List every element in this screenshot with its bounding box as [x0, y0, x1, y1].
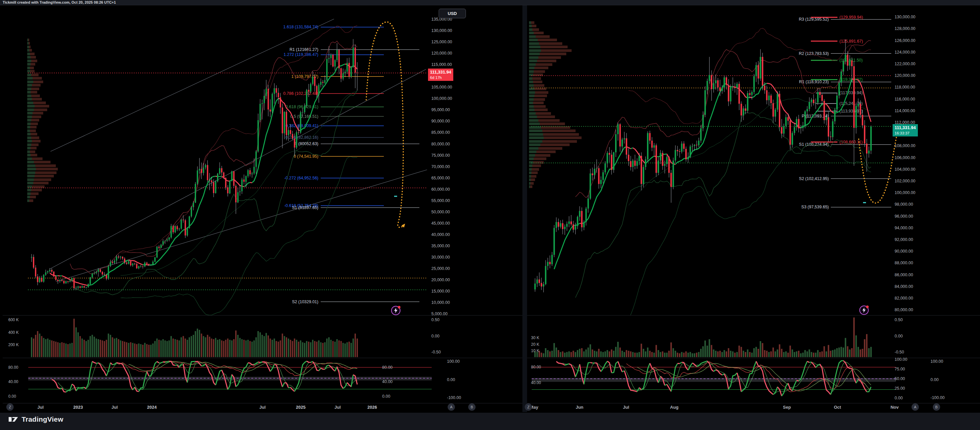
volume-profile-bar	[529, 171, 531, 174]
price-tick-label: 86,000.00	[895, 273, 913, 277]
candle-body	[258, 120, 259, 152]
candle-body	[191, 207, 192, 216]
volume-bar	[802, 353, 803, 357]
volume-bar	[619, 347, 621, 357]
candle-body	[800, 128, 802, 128]
candle-body	[815, 102, 816, 103]
price-plot-area[interactable]	[28, 5, 427, 315]
axis-button-z[interactable]: Z	[6, 403, 14, 411]
volume-bar	[51, 340, 52, 357]
candle-body	[304, 106, 305, 112]
volume-profile-bar	[34, 161, 51, 163]
volume-profile-bar	[36, 168, 58, 170]
volume-profile-bar	[532, 77, 541, 80]
level-label: R2 (123,783.53)	[799, 51, 829, 56]
candle-body	[33, 257, 34, 268]
candle-body	[215, 181, 216, 193]
axis-button-a[interactable]: A	[912, 403, 919, 411]
volume-bar	[185, 339, 186, 357]
candle-body	[239, 191, 240, 192]
volume-bar	[53, 341, 54, 357]
candle-body	[787, 117, 789, 121]
volume-profile-bar	[535, 67, 548, 69]
candle-body	[636, 161, 638, 166]
volume-bar	[201, 334, 202, 357]
candle-body	[83, 286, 85, 288]
volume-bar	[65, 344, 67, 357]
volume-profile-bar	[27, 119, 31, 121]
volume-profile-bar	[544, 136, 582, 139]
volume-bar	[223, 341, 224, 357]
volume-bar	[298, 342, 299, 357]
flash-icon[interactable]	[860, 305, 869, 315]
volume-bar	[276, 341, 277, 357]
osc-main	[285, 383, 288, 388]
candle-body	[683, 144, 684, 149]
volume-bar	[94, 337, 95, 357]
volume-profile-bar	[531, 21, 535, 24]
volume-bar	[280, 340, 281, 357]
volume-profile-bar	[27, 42, 29, 45]
time-tick-label: 2023	[73, 405, 83, 410]
volume-bar	[685, 352, 687, 357]
flash-icon[interactable]	[391, 306, 401, 315]
candle-body	[715, 80, 716, 83]
volume-profile-bar	[529, 129, 542, 132]
volume-bar	[332, 341, 334, 357]
osc-main	[590, 363, 592, 363]
osc-main	[773, 387, 778, 394]
candle-body	[144, 262, 146, 267]
volume-bar	[189, 337, 190, 357]
volume-bar	[195, 331, 196, 357]
candle-body	[717, 80, 719, 87]
volume-bar	[585, 350, 587, 357]
axis-button-z[interactable]: Z	[525, 403, 532, 411]
volume-bar	[191, 336, 192, 357]
price-tick-label: 126,000.00	[895, 38, 916, 43]
candle-body	[832, 121, 834, 137]
price-tick-label: 98,000.00	[895, 202, 913, 207]
axis-button-b[interactable]: B	[933, 403, 940, 411]
volume-profile-bar	[534, 98, 545, 101]
candle-body	[542, 284, 544, 286]
price-tick-label: 65,000.00	[431, 176, 450, 181]
candle-body	[698, 141, 700, 145]
volume-profile-bar	[35, 171, 56, 174]
volume-profile-bar	[30, 53, 35, 55]
candle-body	[843, 62, 844, 72]
price-plot-area[interactable]	[532, 5, 891, 315]
volume-bar	[120, 340, 121, 357]
candle-body	[98, 270, 99, 272]
candle-body	[253, 167, 255, 173]
volume-bar	[132, 343, 133, 357]
volume-bar	[775, 352, 776, 357]
volume-profile-bar	[27, 84, 32, 86]
volume-bar	[227, 339, 228, 357]
axis-button-b[interactable]: B	[468, 403, 476, 411]
candle-body	[90, 277, 91, 284]
volume-bar	[715, 351, 716, 357]
volume-bar	[267, 336, 269, 357]
candle-body	[284, 112, 285, 133]
volume-profile-bar	[30, 70, 35, 72]
volume-bar	[356, 339, 358, 357]
volume-profile-bar	[531, 178, 535, 181]
currency-usd-button[interactable]: USD	[439, 9, 466, 18]
volume-profile-bar	[27, 140, 32, 142]
candle-body	[708, 75, 710, 81]
volume-bar	[779, 344, 780, 357]
price-tick-label: 15,000.00	[431, 289, 450, 294]
axis-button-a[interactable]: A	[448, 403, 455, 411]
secondary-scale-label: 0.00	[431, 334, 439, 339]
volume-profile-bar	[529, 91, 535, 94]
volume-profile-bar	[529, 67, 535, 69]
osc-main	[867, 387, 871, 392]
candle-body	[781, 127, 782, 133]
volume-profile-bar	[540, 46, 568, 48]
volume-bar	[721, 352, 723, 357]
time-tick-label: Aug	[670, 405, 678, 410]
volume-bar	[154, 341, 156, 357]
volume-profile-bar	[27, 74, 31, 76]
volume-bar	[104, 341, 105, 357]
volume-bar	[102, 340, 103, 357]
